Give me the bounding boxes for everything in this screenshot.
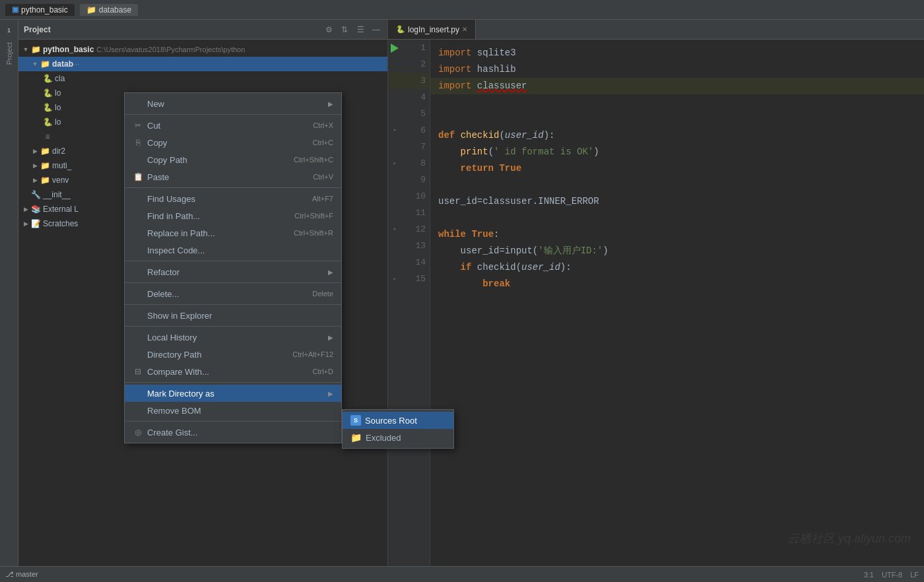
code-line-11 <box>430 210 924 226</box>
remove-bom-icon <box>133 405 143 416</box>
line-num-2: 2 <box>407 56 430 73</box>
replace-in-path-icon <box>133 228 143 238</box>
menu-item-copy-path[interactable]: Copy Path Ctrl+Shift+C <box>125 151 341 168</box>
separator-1 <box>125 114 341 115</box>
line-num-4: 4 <box>407 89 430 106</box>
submenu-item-excluded[interactable]: 📁 Excluded <box>343 429 453 446</box>
title-tab-project[interactable]: ▣ python_basic <box>5 4 75 16</box>
gist-icon: ◎ <box>133 427 143 437</box>
root-label: python_basic <box>43 45 94 54</box>
code-token: ) <box>603 243 608 259</box>
menu-item-show-explorer[interactable]: Show in Explorer <box>125 307 341 324</box>
run-triangle-icon <box>391 44 399 53</box>
delete-icon <box>133 288 143 299</box>
code-token: : <box>494 226 499 243</box>
external-label: External L <box>43 205 79 214</box>
code-editor: 🐍 logIn_insert.py ✕ 1 2 <box>388 20 924 566</box>
tree-item-cla[interactable]: 🐍 cla <box>18 71 387 86</box>
code-token: ): <box>560 259 572 276</box>
menu-item-compare-with[interactable]: ⊟ Compare With... Ctrl+D <box>125 363 341 380</box>
panel-settings-icon[interactable]: ⚙ <box>323 24 335 36</box>
new-arrow-icon: ▶ <box>328 100 333 108</box>
code-line-4 <box>430 94 924 111</box>
muti-arrow-icon: ▶ <box>30 161 40 170</box>
menu-item-find-usages[interactable]: Find Usages Alt+F7 <box>125 190 341 207</box>
menu-item-local-history[interactable]: Local History ▶ <box>125 329 341 346</box>
menu-item-new[interactable]: New ▶ <box>125 95 341 112</box>
refactor-label: Refactor <box>147 267 324 277</box>
separator-6 <box>125 326 341 327</box>
copy-path-icon <box>133 154 143 165</box>
gutter-line-13: 13 <box>388 238 430 254</box>
editor-tab-login-insert[interactable]: 🐍 logIn_insert.py ✕ <box>388 20 476 39</box>
line-num-13: 13 <box>407 238 430 254</box>
menu-item-delete[interactable]: Delete... Delete <box>125 285 341 302</box>
database-arrow-icon: ▼ <box>30 59 40 69</box>
code-line-7: print(' id format is OK') <box>430 144 924 160</box>
cut-icon: ✂ <box>133 120 143 131</box>
status-bar: ⎇ master 3:1 UTF-8 LF <box>0 566 924 582</box>
muti-folder-icon: 📁 <box>40 160 50 171</box>
lo2-file-icon: 🐍 <box>42 102 53 113</box>
code-token: import <box>438 78 471 94</box>
menu-item-paste[interactable]: 📋 Paste Ctrl+V <box>125 168 341 185</box>
tree-item-database[interactable]: ▼ 📁 datab ··· <box>18 57 387 71</box>
gutter-line-10: 10 <box>388 188 430 205</box>
root-folder-icon: 📁 <box>30 44 41 55</box>
gutter-line-6: ▾ 6 <box>388 122 430 139</box>
code-token: def <box>438 127 455 144</box>
menu-item-replace-in-path[interactable]: Replace in Path... Ctrl+Shift+R <box>125 224 341 242</box>
database-folder-icon: 📁 <box>40 59 50 69</box>
separator-2 <box>125 187 341 188</box>
database-label: datab <box>52 59 73 69</box>
code-line-2: import hashlib <box>430 61 924 78</box>
menu-item-refactor[interactable]: Refactor ▶ <box>125 263 341 280</box>
panel-layout-icon[interactable]: ⇅ <box>339 24 350 36</box>
menu-item-find-in-path[interactable]: Find in Path... Ctrl+Shift+F <box>125 207 341 224</box>
separator-8 <box>125 421 341 422</box>
folder-name-tab: database <box>99 5 131 15</box>
gutter-line-2: 2 <box>388 56 430 73</box>
code-token <box>438 144 461 160</box>
submenu-mark-directory: S Sources Root 📁 Excluded <box>342 409 454 449</box>
remove-bom-label: Remove BOM <box>147 406 333 416</box>
menu-item-cut[interactable]: ✂ Cut Ctrl+X <box>125 117 341 134</box>
menu-item-remove-bom[interactable]: Remove BOM <box>125 402 341 419</box>
submenu-item-sources-root[interactable]: S Sources Root <box>343 412 453 429</box>
tab-close-icon[interactable]: ✕ <box>462 26 467 33</box>
code-area[interactable]: import sqlite3 import hashlib import cla… <box>430 40 924 566</box>
sidebar-project-label[interactable]: Project <box>4 40 15 67</box>
code-token: checkid <box>461 127 500 144</box>
gutter: 1 2 3 4 <box>388 40 430 566</box>
compare-with-label: Compare With... <box>147 367 309 377</box>
line-num-6: 6 <box>407 122 430 139</box>
mark-directory-arrow-icon: ▶ <box>328 390 333 397</box>
sidebar-1-icon[interactable]: 1 <box>1 22 17 38</box>
dir2-arrow-icon: ▶ <box>30 146 40 156</box>
project-panel: Project ⚙ ⇅ ☰ — ▼ 📁 python_basic C:\User… <box>18 20 388 566</box>
directory-path-label: Directory Path <box>147 350 288 360</box>
root-path: C:\Users\avatus2018\PycharmProjects\pyth… <box>96 46 245 53</box>
menu-item-create-gist[interactable]: ◎ Create Gist... <box>125 424 341 441</box>
title-tab-database[interactable]: 📁 database <box>80 4 138 16</box>
tree-root[interactable]: ▼ 📁 python_basic C:\Users\avatus2018\Pyc… <box>18 42 387 57</box>
inspect-code-icon <box>133 245 143 255</box>
lo1-file-icon: 🐍 <box>42 88 53 98</box>
inspect-code-label: Inspect Code... <box>147 245 333 255</box>
editor-tabs: 🐍 logIn_insert.py ✕ <box>388 20 924 40</box>
menu-item-mark-directory[interactable]: Mark Directory as ▶ <box>125 385 341 402</box>
code-token-err: classuser <box>477 78 527 94</box>
line-num-15: 15 <box>407 271 430 287</box>
menu-item-inspect-code[interactable]: Inspect Code... <box>125 242 341 259</box>
scratches-arrow-icon: ▶ <box>21 219 30 228</box>
panel-gear-icon[interactable]: ☰ <box>354 24 366 36</box>
fold-close-8-icon: ▸ <box>393 160 396 167</box>
fold-marker-15: ▸ <box>388 271 401 287</box>
code-token: user_id <box>505 127 544 144</box>
title-bar: ▣ python_basic 📁 database <box>0 0 924 20</box>
delete-label: Delete... <box>147 289 308 299</box>
panel-close-icon[interactable]: — <box>370 24 382 36</box>
menu-item-copy[interactable]: ⎘ Copy Ctrl+C <box>125 134 341 151</box>
new-label: New <box>147 99 324 109</box>
menu-item-directory-path[interactable]: Directory Path Ctrl+Alt+F12 <box>125 346 341 363</box>
